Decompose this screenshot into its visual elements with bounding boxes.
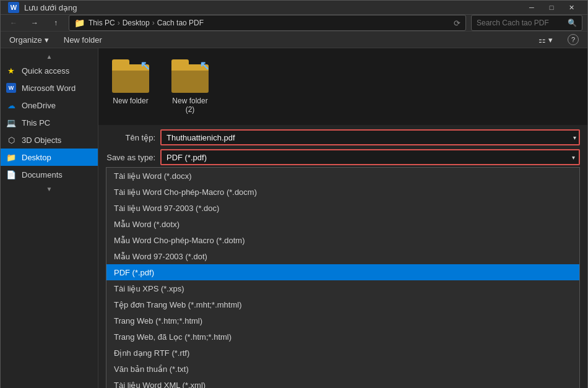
3d-objects-icon: ⬡ (6, 134, 17, 145)
dropdown-item[interactable]: Mẫu Word 97-2003 (*.dot) (106, 248, 579, 264)
dropdown-item[interactable]: Tài liệu Word XML (*.xml) (106, 377, 579, 388)
documents-icon: 📄 (6, 169, 17, 180)
this-pc-icon: 💻 (6, 117, 17, 128)
dialog-title: Lưu dưới dạng (24, 3, 523, 12)
organize-button[interactable]: Organize ▾ (6, 33, 53, 47)
filetype-select[interactable]: PDF (*.pdf) ▾ (160, 149, 580, 165)
address-path: This PC › Desktop › Cach tao PDF (89, 19, 204, 27)
folder-icon: ↖ (111, 59, 150, 93)
close-button[interactable]: ✕ (563, 1, 580, 14)
file-name: New folder (2) (169, 97, 211, 114)
up-button[interactable]: ↑ (48, 15, 64, 31)
folder-arrow-icon: ↖ (140, 58, 150, 73)
path-this-pc: This PC (89, 19, 115, 27)
path-folder: Cach tao PDF (157, 19, 204, 27)
sidebar-scroll-up[interactable]: ▲ (1, 51, 98, 62)
dropdown-item[interactable]: Tài liệu Word (*.docx) (106, 168, 579, 184)
dropdown-item[interactable]: Trang Web (*.htm;*.html) (106, 313, 579, 329)
sidebar-item-quick-access[interactable]: ★ Quick access (1, 62, 98, 79)
search-icon: 🔍 (568, 19, 577, 27)
desktop-icon: 📁 (6, 152, 17, 163)
dropdown-item[interactable]: Mẫu Word (*.dotx) (106, 216, 579, 232)
sidebar-item-label: Microsoft Word (22, 84, 76, 93)
dropdown-item[interactable]: Văn bản thuần (*.txt) (106, 361, 579, 377)
filetype-row: Save as type: PDF (*.pdf) ▾ (106, 147, 580, 167)
bottom-form: Tên tệp: ▾ Save as type: PDF (*.pdf) ▾ (98, 125, 587, 388)
dropdown-item[interactable]: Tài liệu XPS (*.xps) (106, 280, 579, 296)
organize-toolbar: Organize ▾ New folder ⚏ ▾ ? (1, 32, 587, 48)
back-button[interactable]: ← (6, 15, 22, 31)
maximize-button[interactable]: □ (543, 1, 560, 14)
filename-input-container: ▾ (160, 129, 580, 145)
folder-icon: ↖ (170, 59, 210, 93)
word-sidebar-icon: W (6, 82, 17, 93)
dropdown-item-pdf[interactable]: PDF (*.pdf) (106, 264, 579, 280)
sidebar-item-label: Quick access (22, 66, 69, 75)
sidebar-item-desktop[interactable]: 📁 Desktop (1, 149, 98, 166)
refresh-button[interactable]: ⟳ (454, 19, 460, 28)
filetype-label: Save as type: (106, 153, 155, 162)
sidebar-item-label: Documents (22, 170, 63, 179)
file-name: New folder (113, 97, 148, 105)
sidebar-item-this-pc[interactable]: 💻 This PC (1, 114, 98, 131)
dropdown-item[interactable]: Định dạng RTF (*.rtf) (106, 345, 579, 361)
filename-dropdown-icon: ▾ (573, 134, 576, 141)
sidebar-item-3d-objects[interactable]: ⬡ 3D Objects (1, 131, 98, 149)
help-button[interactable]: ? (564, 32, 582, 48)
filetype-select-container: PDF (*.pdf) ▾ (160, 149, 580, 165)
sidebar-item-onedrive[interactable]: ☁ OneDrive (1, 97, 98, 114)
sidebar-item-label: 3D Objects (22, 136, 61, 145)
app-icon: W (8, 2, 19, 13)
forward-button[interactable]: → (27, 15, 43, 31)
sidebar-item-microsoft-word[interactable]: W Microsoft Word (1, 79, 98, 97)
filename-input[interactable] (160, 129, 580, 145)
file-and-bottom: ↖ New folder ↖ New folder (2) (98, 48, 587, 388)
list-item[interactable]: ↖ New folder (106, 56, 155, 118)
sidebar: ▲ ★ Quick access W Microsoft Word ☁ OneD… (1, 48, 98, 388)
file-area: ↖ New folder ↖ New folder (2) (98, 48, 587, 125)
sidebar-item-label: This PC (22, 118, 50, 127)
onedrive-icon: ☁ (6, 100, 17, 111)
navigation-toolbar: ← → ↑ 📁 This PC › Desktop › Cach tao PDF… (1, 15, 587, 32)
search-bar[interactable]: 🔍 (471, 15, 582, 31)
organize-arrow-icon: ▾ (45, 35, 49, 45)
view-button[interactable]: ⚏ ▾ (535, 33, 556, 47)
address-bar[interactable]: 📁 This PC › Desktop › Cach tao PDF ⟳ (69, 15, 466, 31)
sidebar-item-label: OneDrive (22, 101, 56, 110)
main-content: ▲ ★ Quick access W Microsoft Word ☁ OneD… (1, 48, 587, 388)
sidebar-item-label: Desktop (22, 153, 51, 162)
path-desktop: Desktop (123, 19, 150, 27)
dropdown-item[interactable]: Mẫu Word Cho-phép-Macro (*.dotm) (106, 232, 579, 248)
filename-row: Tên tệp: ▾ (106, 127, 580, 147)
word-icon: W (8, 2, 19, 13)
filename-label: Tên tệp: (106, 133, 155, 142)
filetype-dropdown-list: Tài liệu Word (*.docx) Tài liệu Word Cho… (106, 167, 580, 388)
sidebar-item-documents[interactable]: 📄 Documents (1, 166, 98, 183)
sidebar-scroll-down[interactable]: ▼ (1, 183, 98, 194)
address-folder-icon: 📁 (74, 18, 85, 28)
title-bar: W Lưu dưới dạng ─ □ ✕ (1, 1, 587, 15)
view-icon: ⚏ (538, 35, 546, 45)
quick-access-icon: ★ (6, 65, 17, 76)
dropdown-item[interactable]: Tài liệu Word Cho-phép-Macro (*.docm) (106, 184, 579, 200)
save-dialog: W Lưu dưới dạng ─ □ ✕ ← → ↑ 📁 This PC › … (0, 0, 588, 388)
dropdown-item[interactable]: Trang Web, đã Lọc (*.htm;*.html) (106, 329, 579, 345)
dropdown-item[interactable]: Tài liệu Word 97-2003 (*.doc) (106, 200, 579, 216)
filetype-dropdown-icon: ▾ (572, 154, 575, 161)
list-item[interactable]: ↖ New folder (2) (165, 56, 215, 118)
view-arrow-icon: ▾ (548, 35, 553, 45)
folder-arrow-icon: ↖ (199, 58, 210, 73)
new-folder-button[interactable]: New folder (60, 33, 106, 47)
minimize-button[interactable]: ─ (523, 1, 540, 14)
dropdown-item[interactable]: Tệp đơn Trang Web (*.mht;*.mhtml) (106, 296, 579, 313)
search-input[interactable] (477, 19, 564, 27)
window-controls: ─ □ ✕ (523, 1, 580, 14)
